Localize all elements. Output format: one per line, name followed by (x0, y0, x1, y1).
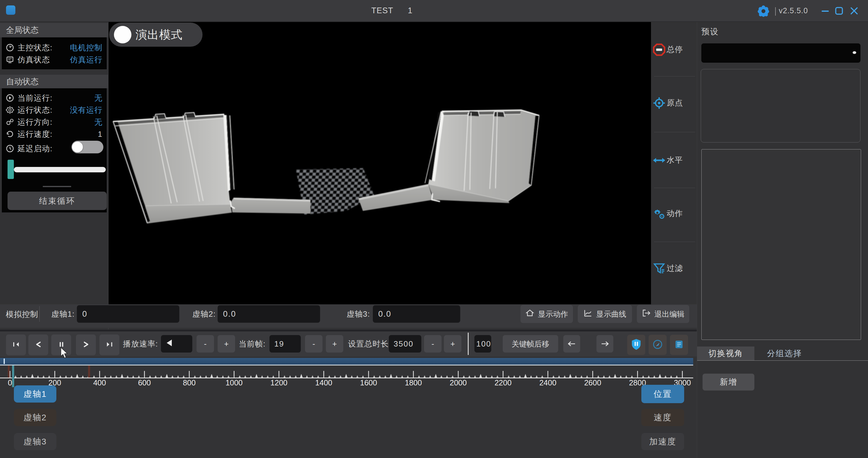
rate-label: 播放速率: (123, 335, 158, 353)
timeline-mode-3[interactable]: 加速度 (641, 433, 684, 450)
toolbar-item-label: 动作 (667, 208, 683, 219)
gears-icon (652, 216, 666, 221)
axis-input[interactable]: 0.0 (373, 305, 460, 323)
status-label: 主控状态: (18, 42, 53, 53)
step-back-icon (34, 341, 42, 349)
svg-text:1400: 1400 (315, 379, 333, 387)
status-label: 运行速度: (18, 129, 53, 139)
duration-input[interactable]: 3500 (389, 335, 421, 353)
status-row: 当前运行:无 (2, 92, 107, 104)
toolbar-item-4[interactable]: 动作 (651, 201, 697, 225)
delay-start-toggle[interactable] (71, 141, 103, 153)
keyframe-shift-button[interactable]: 关键帧后移 (503, 335, 558, 353)
sim-button-1[interactable]: 显示动作 (521, 305, 573, 323)
nudge-right-button[interactable] (596, 335, 613, 353)
tab-underline (697, 360, 868, 361)
filter-icon (652, 271, 666, 276)
delay-start-label: 延迟启动: (18, 143, 53, 154)
document-button[interactable] (670, 335, 688, 355)
toolbar-item-5[interactable]: 过滤 (651, 256, 697, 280)
status-row: 运行状态:没有运行 (2, 104, 107, 116)
rate-plus-button[interactable]: + (218, 335, 235, 353)
svg-text:1200: 1200 (270, 379, 287, 387)
status-value: 1 (98, 130, 102, 139)
toolbar-item-2[interactable]: 原点 (651, 91, 697, 115)
toolbar-item-1[interactable]: 总停 (651, 37, 697, 62)
sim-button-label: 显示动作 (538, 309, 568, 319)
status-value: 仿真运行 (70, 55, 102, 65)
3d-scene (108, 22, 651, 304)
timeline-mode-2[interactable]: 速度 (641, 409, 684, 426)
transport-skip-start-button[interactable] (6, 334, 26, 355)
offset-input[interactable]: 100 (474, 335, 491, 353)
slider-track[interactable] (14, 167, 106, 172)
preset-detail-box (701, 149, 861, 340)
status-value: 无 (94, 117, 102, 127)
axis-label: 虚轴3: (347, 304, 370, 324)
scrollbar-cursor (4, 359, 5, 364)
timeline-mode-1[interactable]: 位置 (641, 385, 684, 403)
compass-button[interactable] (649, 335, 667, 355)
speed-slider[interactable] (7, 160, 106, 179)
add-button-label: 新增 (720, 377, 737, 388)
status-value: 电机控制 (70, 42, 102, 53)
duration-minus-button[interactable]: - (424, 335, 441, 353)
end-loop-button[interactable]: 结束循环 (7, 192, 107, 210)
svg-text:400: 400 (93, 379, 106, 387)
transport-step-back-button[interactable] (28, 334, 48, 355)
title-bar: TEST 1 v2.5.5.0 (0, 0, 868, 22)
combo-indicator-icon (852, 51, 856, 54)
timeline-row-axis-2[interactable]: 虚轴2 (14, 409, 56, 426)
timeline-scrollbar[interactable] (0, 358, 693, 365)
rate-minus-button[interactable]: - (196, 335, 214, 353)
preset-combobox[interactable] (701, 43, 861, 63)
sim-control-title: 模拟控制 (6, 304, 38, 324)
step-forward-icon (82, 341, 90, 349)
frame-minus-button[interactable]: - (305, 335, 322, 353)
rate-input[interactable] (161, 335, 192, 353)
minimize-button[interactable] (818, 0, 832, 22)
sim-button-2[interactable]: 显示曲线 (578, 305, 632, 323)
settings-gear-icon[interactable] (757, 5, 770, 18)
svg-text:2400: 2400 (539, 379, 556, 387)
close-button[interactable] (847, 0, 861, 22)
timeline-row-axis-1[interactable]: 虚轴1 (14, 385, 56, 402)
svg-text:1800: 1800 (405, 379, 422, 387)
frame-input[interactable]: 19 (270, 335, 301, 353)
duration-plus-button[interactable]: + (444, 335, 461, 353)
timeline-row-label: 虚轴1 (24, 388, 47, 400)
slider-handle[interactable] (7, 160, 14, 179)
tab-switch-view[interactable]: 切换视角 (697, 347, 754, 360)
auto-status-title: 自动状态 (6, 76, 38, 87)
frame-plus-button[interactable]: + (326, 335, 343, 353)
document-icon (674, 339, 684, 351)
playback-bar: 播放速率:-+当前帧:19-+设置总时长3500-+100关键帧后移 (0, 330, 697, 356)
timeline-row-axis-3[interactable]: 虚轴3 (14, 433, 56, 450)
toolbar-item-3[interactable]: 水平 (651, 148, 697, 172)
auto-status-header: 自动状态 (0, 75, 108, 88)
status-value: 无 (94, 93, 102, 103)
axis-input[interactable]: 0 (77, 305, 179, 323)
shield-pause-button[interactable] (627, 335, 645, 355)
app-menu-icon[interactable] (6, 5, 16, 15)
scene-viewport[interactable]: 演出模式 (108, 22, 651, 304)
status-label: 运行方向: (18, 117, 53, 127)
play-circle-icon (6, 98, 14, 103)
svg-text:2000: 2000 (450, 379, 467, 387)
skip-start-icon (12, 341, 20, 349)
add-button[interactable]: 新增 (703, 373, 754, 391)
preset-list-box (701, 69, 861, 142)
transport-skip-end-button[interactable] (99, 334, 119, 355)
toolbar-item-label: 总停 (667, 44, 683, 55)
svg-text:1000: 1000 (225, 379, 243, 387)
axis-input[interactable]: 0.0 (218, 305, 320, 323)
sim-button-3[interactable]: 退出编辑 (637, 305, 689, 323)
nudge-left-button[interactable] (563, 335, 580, 353)
timeline-ruler[interactable]: 0200400600800100012001400160018002000220… (0, 365, 697, 399)
svg-text:2600: 2600 (584, 379, 601, 387)
status-row: 运行速度:1 (2, 128, 107, 140)
tab-group-select[interactable]: 分组选择 (754, 347, 815, 360)
shield-pause-icon (631, 338, 642, 352)
transport-step-forward-button[interactable] (76, 334, 96, 355)
maximize-button[interactable] (832, 0, 846, 22)
